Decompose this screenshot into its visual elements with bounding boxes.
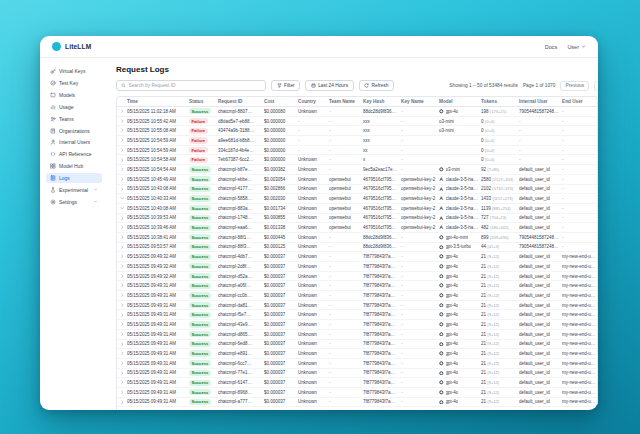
cell-request-id[interactable]: d8dad5e7-eb88… xyxy=(218,119,264,124)
log-row[interactable]: 05/15/2025 09:49:32 AMSuccesschatcmpl-4d… xyxy=(117,252,597,262)
log-row[interactable]: 05/15/2025 10:43:08 AMSuccesschatcmpl-41… xyxy=(117,185,597,195)
sidebar-item-teams[interactable]: Teams xyxy=(46,114,102,124)
cell-request-id[interactable]: chatcmpl-eaa6… xyxy=(218,225,264,230)
cell-request-id[interactable]: chatcmpl-a06f… xyxy=(218,283,264,288)
cell-request-id[interactable]: chatcmpl-5858… xyxy=(218,196,264,201)
log-row[interactable]: 05/15/2025 10:54:58 AMFailure7eb67387-6c… xyxy=(117,155,597,165)
column-header-request-id[interactable]: Request ID xyxy=(218,99,264,104)
cell-request-id[interactable]: chatcmpl-43e9… xyxy=(218,322,264,327)
user-menu[interactable]: User xyxy=(567,44,586,50)
row-expander-icon[interactable] xyxy=(117,361,127,366)
row-expander-icon[interactable] xyxy=(117,332,127,337)
row-expander-icon[interactable] xyxy=(117,167,127,172)
search-input[interactable] xyxy=(129,83,262,88)
row-expander-icon[interactable] xyxy=(117,283,127,288)
cell-request-id[interactable]: a9ee681d-b8b8… xyxy=(218,138,264,143)
row-expander-icon[interactable] xyxy=(117,293,127,298)
filter-button[interactable]: Filter xyxy=(271,80,300,91)
log-row[interactable]: 05/15/2025 11:02:18 AMSuccesschatcmpl-88… xyxy=(117,107,597,117)
sidebar-item-experimental[interactable]: Experimental xyxy=(46,185,102,195)
row-expander-icon[interactable] xyxy=(117,254,127,259)
cell-request-id[interactable]: chatcmpl-d52a… xyxy=(218,274,264,279)
column-header-status[interactable]: Status xyxy=(189,99,218,104)
row-expander-icon[interactable] xyxy=(117,216,127,221)
log-row[interactable]: 05/15/2025 09:49:31 AMSuccesschatcmpl-61… xyxy=(117,378,597,388)
cell-request-id[interactable]: chatcmpl-88f3… xyxy=(218,244,264,249)
cell-request-id[interactable]: chatcmpl-6147… xyxy=(218,380,264,385)
cell-request-id[interactable]: chatcmpl-8968… xyxy=(218,390,264,395)
log-row[interactable]: 05/15/2025 09:49:31 AMSuccesschatcmpl-cc… xyxy=(117,291,597,301)
cell-request-id[interactable]: chatcmpl-883a… xyxy=(218,206,264,211)
log-row[interactable]: 05/15/2025 10:39:53 AMSuccesschatcmpl-17… xyxy=(117,214,597,224)
column-header-model[interactable]: Model xyxy=(439,99,481,104)
previous-button[interactable]: Previous xyxy=(560,81,589,91)
cell-request-id[interactable]: chatcmpl-cc0b… xyxy=(218,293,264,298)
time-range-button[interactable]: Last 24 Hours xyxy=(305,80,353,91)
cell-request-id[interactable]: chatcmpl-a777… xyxy=(218,399,264,404)
cell-request-id[interactable]: chatcmpl-2d8f… xyxy=(218,264,264,269)
row-expander-icon[interactable] xyxy=(117,371,127,376)
cell-request-id[interactable]: chatcmpl-77e1… xyxy=(218,370,264,375)
row-expander-icon[interactable] xyxy=(117,148,127,153)
log-row[interactable]: 05/15/2025 10:54:54 AMSuccesschatcmpl-b8… xyxy=(117,165,597,175)
row-expander-icon[interactable] xyxy=(117,264,127,269)
row-expander-icon[interactable] xyxy=(117,196,127,201)
row-expander-icon[interactable] xyxy=(117,187,127,192)
log-row[interactable]: 05/15/2025 10:54:59 AMFailure334c187d-4b… xyxy=(117,146,597,156)
log-row[interactable]: 05/15/2025 09:49:31 AMSuccesschatcmpl-f5… xyxy=(117,310,597,320)
cell-request-id[interactable]: chatcmpl-d865… xyxy=(218,332,264,337)
sidebar-item-api-reference[interactable]: API Reference xyxy=(46,149,102,159)
cell-request-id[interactable]: chatcmpl-8807… xyxy=(218,109,264,114)
log-row[interactable]: 05/15/2025 10:38:41 AMSuccesschatcmpl-88… xyxy=(117,233,597,243)
row-expander-icon[interactable] xyxy=(117,390,127,395)
log-row[interactable]: 05/15/2025 09:49:31 AMSuccesschatcmpl-a0… xyxy=(117,281,597,291)
row-expander-icon[interactable] xyxy=(117,313,127,318)
log-row[interactable]: 05/15/2025 09:49:31 AMSuccesschatcmpl-d8… xyxy=(117,330,597,340)
row-expander-icon[interactable] xyxy=(117,206,127,211)
log-row[interactable]: 05/15/2025 09:49:31 AMSuccesschatcmpl-e8… xyxy=(117,349,597,359)
column-header-team-name[interactable]: Team Name xyxy=(329,99,363,104)
log-row[interactable]: 05/15/2025 09:49:31 AMSuccesschatcmpl-a7… xyxy=(117,398,597,408)
column-header-internal-user[interactable]: Internal User xyxy=(519,99,562,104)
log-row[interactable]: 05/15/2025 09:49:32 AMSuccesschatcmpl-d5… xyxy=(117,272,597,282)
column-header-end-user[interactable]: End User xyxy=(562,99,598,104)
log-row[interactable]: 05/15/2025 09:49:31 AMSuccesschatcmpl-43… xyxy=(117,320,597,330)
log-row[interactable]: 05/15/2025 10:40:33 AMSuccesschatcmpl-58… xyxy=(117,194,597,204)
column-header-country[interactable]: Country xyxy=(298,99,329,104)
cell-request-id[interactable]: chatcmpl-6ed8… xyxy=(218,341,264,346)
cell-request-id[interactable]: chatcmpl-88f1… xyxy=(218,235,264,240)
cell-request-id[interactable]: chatcmpl-1748… xyxy=(218,215,264,220)
sidebar-item-organizations[interactable]: Organizations xyxy=(46,125,102,135)
docs-link[interactable]: Docs xyxy=(545,44,558,50)
sidebar-item-settings[interactable]: Settings xyxy=(46,197,102,207)
row-expander-icon[interactable] xyxy=(117,351,127,356)
row-expander-icon[interactable] xyxy=(117,380,127,385)
cell-request-id[interactable]: chatcmpl-4177… xyxy=(218,186,264,191)
log-row[interactable]: 05/15/2025 09:49:31 AMSuccesschatcmpl-da… xyxy=(117,301,597,311)
log-row[interactable]: 05/15/2025 09:49:31 AMSuccesschatcmpl-89… xyxy=(117,388,597,398)
row-expander-icon[interactable] xyxy=(117,158,127,163)
cell-request-id[interactable]: chatcmpl-f5e7… xyxy=(218,312,264,317)
log-row[interactable]: 05/15/2025 10:40:08 AMSuccesschatcmpl-88… xyxy=(117,204,597,214)
log-row[interactable]: 05/15/2025 10:55:08 AMFailure43474a9b-31… xyxy=(117,126,597,136)
row-expander-icon[interactable] xyxy=(117,274,127,279)
cell-request-id[interactable]: chatcmpl-ebbe… xyxy=(218,177,264,182)
sidebar-item-test-key[interactable]: Test Key xyxy=(46,78,102,88)
row-expander-icon[interactable] xyxy=(117,322,127,327)
column-header-cost[interactable]: Cost xyxy=(264,99,298,104)
search-box[interactable] xyxy=(116,80,266,91)
row-expander-icon[interactable] xyxy=(117,245,127,250)
log-row[interactable]: 05/15/2025 10:39:46 AMSuccesschatcmpl-ea… xyxy=(117,223,597,233)
refresh-button[interactable]: Refresh xyxy=(359,80,394,91)
sidebar-item-model-hub[interactable]: Model Hub xyxy=(46,161,102,171)
sidebar-item-internal-users[interactable]: Internal Users xyxy=(46,137,102,147)
column-header-key-hash[interactable]: Key Hash xyxy=(363,99,401,104)
log-row[interactable]: 05/15/2025 10:54:59 AMFailurea9ee681d-b8… xyxy=(117,136,597,146)
next-button[interactable]: Next xyxy=(594,81,598,91)
row-expander-icon[interactable] xyxy=(117,119,127,124)
row-expander-icon[interactable] xyxy=(117,303,127,308)
sidebar-item-logs[interactable]: Logs xyxy=(46,173,102,183)
row-expander-icon[interactable] xyxy=(117,109,127,114)
column-header-time[interactable]: Time xyxy=(127,99,189,104)
cell-request-id[interactable]: chatcmpl-6cc7… xyxy=(218,361,264,366)
